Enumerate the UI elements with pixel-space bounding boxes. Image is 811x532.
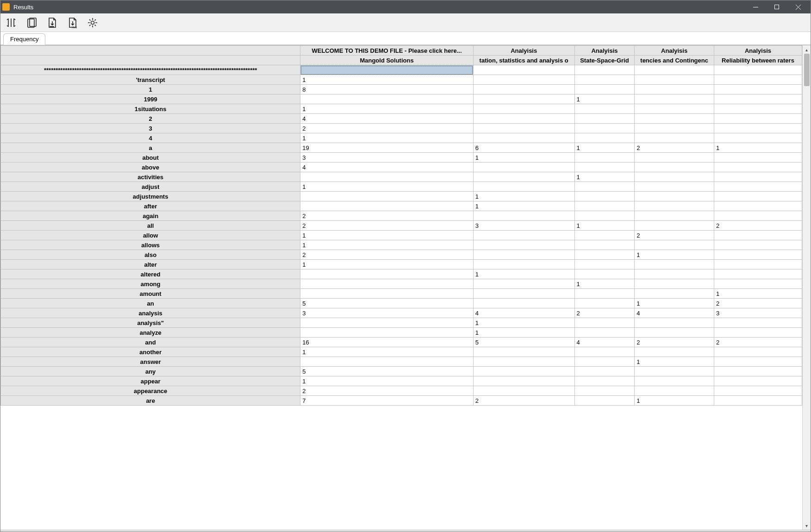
close-button[interactable] (787, 0, 809, 13)
cell[interactable]: 2 (300, 250, 473, 260)
cell[interactable]: 1 (300, 260, 473, 269)
cell[interactable]: 1 (574, 172, 635, 182)
cell[interactable]: 1 (300, 376, 473, 386)
cell[interactable] (300, 279, 473, 289)
maximize-button[interactable] (766, 0, 787, 13)
cell[interactable]: 3 (300, 153, 473, 163)
cell[interactable]: 4 (300, 114, 473, 124)
cell[interactable] (473, 75, 574, 85)
row-header[interactable]: analyze (1, 328, 300, 338)
cell[interactable] (635, 182, 714, 192)
cell[interactable] (574, 104, 635, 114)
cell[interactable]: 5 (300, 367, 473, 376)
cell[interactable] (300, 192, 473, 201)
cell[interactable] (714, 153, 802, 163)
cell[interactable] (473, 260, 574, 269)
row-header[interactable]: about (1, 153, 300, 163)
cell[interactable]: 3 (300, 308, 473, 318)
cell[interactable] (574, 211, 635, 221)
cell[interactable] (714, 75, 802, 85)
cell[interactable]: 1 (574, 221, 635, 231)
cell[interactable] (635, 318, 714, 328)
cell[interactable] (473, 240, 574, 250)
cell[interactable]: 1 (714, 289, 802, 299)
cell[interactable] (473, 367, 574, 376)
column-header[interactable] (1, 46, 300, 56)
cell[interactable]: 2 (635, 231, 714, 240)
row-header[interactable]: also (1, 250, 300, 260)
cell[interactable] (714, 357, 802, 367)
column-subheader[interactable]: tencies and Contingenc (635, 56, 714, 65)
cell[interactable]: 1 (473, 192, 574, 201)
cell[interactable] (473, 172, 574, 182)
column-header[interactable]: WELCOME TO THIS DEMO FILE - Please click… (300, 46, 473, 56)
cell[interactable] (574, 367, 635, 376)
cell[interactable] (714, 240, 802, 250)
cell[interactable]: 2 (714, 221, 802, 231)
copy-button[interactable] (25, 16, 38, 30)
cell[interactable] (473, 85, 574, 94)
cell[interactable] (574, 318, 635, 328)
row-header[interactable]: again (1, 211, 300, 221)
column-subheader[interactable]: Reliability between raters (714, 56, 802, 65)
cell[interactable] (473, 124, 574, 133)
cell[interactable] (714, 279, 802, 289)
cell[interactable] (473, 376, 574, 386)
cell[interactable] (473, 114, 574, 124)
results-table[interactable]: WELCOME TO THIS DEMO FILE - Please click… (0, 45, 802, 406)
cell[interactable]: 2 (300, 386, 473, 396)
cell[interactable]: 1 (300, 231, 473, 240)
cell[interactable]: 4 (574, 338, 635, 347)
cell[interactable] (714, 85, 802, 94)
cell[interactable] (574, 153, 635, 163)
settings-button[interactable] (86, 16, 100, 30)
cell[interactable] (574, 269, 635, 279)
export-xls-button[interactable]: XLS (65, 16, 79, 30)
cell[interactable] (574, 328, 635, 338)
cell[interactable]: 4 (473, 308, 574, 318)
cell[interactable]: 4 (300, 163, 473, 172)
cell[interactable] (635, 85, 714, 94)
cell[interactable]: 8 (300, 85, 473, 94)
scroll-down-button[interactable]: ▾ (803, 521, 811, 530)
adjust-columns-button[interactable] (4, 16, 18, 30)
cell[interactable] (300, 269, 473, 279)
column-subheader[interactable]: tation, statistics and analysis o (473, 56, 574, 65)
row-header[interactable]: 4 (1, 133, 300, 143)
cell[interactable]: 2 (574, 308, 635, 318)
cell[interactable]: 2 (473, 396, 574, 406)
cell[interactable] (635, 328, 714, 338)
cell[interactable]: 2 (714, 338, 802, 347)
cell[interactable] (574, 114, 635, 124)
cell[interactable] (714, 328, 802, 338)
cell[interactable] (635, 94, 714, 104)
cell[interactable]: 1 (300, 104, 473, 114)
cell[interactable] (574, 357, 635, 367)
cell[interactable] (473, 163, 574, 172)
cell[interactable] (574, 396, 635, 406)
cell[interactable]: 2 (300, 211, 473, 221)
cell[interactable]: 1 (300, 75, 473, 85)
cell[interactable] (714, 211, 802, 221)
cell[interactable] (635, 347, 714, 357)
cell[interactable]: 1 (300, 347, 473, 357)
cell[interactable] (714, 94, 802, 104)
cell[interactable] (574, 240, 635, 250)
cell[interactable]: 16 (300, 338, 473, 347)
column-subheader[interactable] (1, 56, 300, 65)
cell[interactable] (714, 124, 802, 133)
cell[interactable] (300, 65, 473, 75)
cell[interactable]: 1 (635, 250, 714, 260)
cell[interactable] (635, 279, 714, 289)
cell[interactable] (574, 386, 635, 396)
minimize-button[interactable] (745, 0, 766, 13)
cell[interactable] (635, 114, 714, 124)
cell[interactable]: 2 (635, 338, 714, 347)
cell[interactable] (574, 260, 635, 269)
cell[interactable]: 2 (300, 124, 473, 133)
cell[interactable] (574, 250, 635, 260)
cell[interactable] (574, 376, 635, 386)
row-header[interactable]: among (1, 279, 300, 289)
cell[interactable] (473, 357, 574, 367)
row-header[interactable]: altered (1, 269, 300, 279)
